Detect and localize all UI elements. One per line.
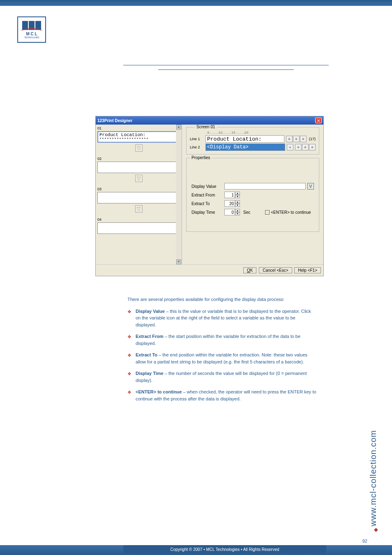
display-value-input[interactable] bbox=[224, 183, 306, 190]
bullet-icon: ❖ bbox=[127, 389, 131, 395]
align-right-icon[interactable]: ≡ bbox=[309, 144, 316, 150]
scroll-up-icon[interactable]: ▲ bbox=[176, 125, 181, 130]
thumb-number: 01 bbox=[97, 126, 180, 130]
extract-to-input[interactable] bbox=[224, 200, 235, 207]
screen-legend: Screen 01 bbox=[195, 125, 217, 129]
display-time-input[interactable] bbox=[224, 209, 235, 215]
bullet-item: <ENTER> to continue – when checked, the … bbox=[136, 388, 316, 402]
properties-group: Properties Display Value V Extract From … bbox=[186, 158, 319, 232]
variable-icon[interactable]: V bbox=[307, 183, 314, 190]
properties-legend: Properties bbox=[190, 155, 212, 160]
top-bar bbox=[0, 0, 392, 6]
bullet-item: Display Time – the number of seconds the… bbox=[136, 370, 316, 384]
dialog-titlebar: 123Print Designer ✕ bbox=[96, 116, 323, 125]
ok-button[interactable]: OK bbox=[243, 267, 256, 273]
screenshot: 123Print Designer ✕ 01 Product Location:… bbox=[95, 116, 324, 276]
bullet-item: Extract To – the end position within the… bbox=[136, 352, 316, 365]
intro-paragraph: There are several properties available f… bbox=[127, 296, 316, 303]
close-icon[interactable]: ✕ bbox=[315, 118, 322, 123]
logo: M C L TECHNOLOGIES bbox=[17, 16, 46, 43]
bullet-icon: ❖ bbox=[127, 371, 131, 377]
body-text: There are several properties available f… bbox=[127, 296, 316, 407]
line1-field[interactable]: Product Location: bbox=[205, 135, 284, 143]
cancel-button[interactable]: Cancel <Esc> bbox=[259, 267, 292, 273]
side-url-icon bbox=[374, 528, 378, 532]
align-center-icon[interactable]: ≡ bbox=[302, 144, 309, 150]
thumb-screen-01[interactable]: Product Location: bbox=[97, 131, 180, 143]
page-number: 92 bbox=[362, 539, 367, 543]
align-right-icon[interactable]: ≡ bbox=[300, 136, 307, 142]
display-time-unit: Sec bbox=[243, 210, 250, 215]
side-url: www.mcl-collection.com bbox=[369, 430, 378, 526]
align-center-icon[interactable]: ≡ bbox=[293, 136, 300, 142]
display-time-spinner[interactable]: ▲▼ bbox=[224, 209, 241, 215]
extract-to-label: Extract To bbox=[191, 201, 224, 206]
line2-field[interactable]: <Display Data> bbox=[205, 143, 285, 151]
align-left-icon[interactable]: ≡ bbox=[286, 136, 293, 142]
bullet-icon: ❖ bbox=[127, 352, 131, 358]
logo-sub-text: TECHNOLOGIES bbox=[24, 36, 39, 39]
screen-group: Screen 01 .5........10........15........… bbox=[186, 127, 319, 155]
display-time-label: Display Time bbox=[191, 210, 224, 215]
header-rules bbox=[123, 65, 329, 72]
extract-from-spinner[interactable]: ▲▼ bbox=[224, 192, 241, 198]
bullet-item: Display Value – this is the value or var… bbox=[136, 308, 316, 328]
display-value-label: Display Value bbox=[191, 184, 224, 189]
arrow-down-icon: ▽ bbox=[135, 144, 143, 152]
screens-thumb-list: 01 Product Location: ▽ 02 ▽ 03 ▽ bbox=[96, 125, 182, 264]
thumb-screen-03[interactable] bbox=[97, 192, 180, 204]
bullet-item: Extract From – the start position within… bbox=[136, 333, 316, 347]
line1-char-count: (17) bbox=[308, 137, 316, 141]
bullet-icon: ❖ bbox=[127, 334, 131, 340]
thumb-screen-04[interactable] bbox=[97, 222, 180, 234]
align-left-icon[interactable]: ≡ bbox=[295, 144, 302, 150]
line2-label: Line 2 bbox=[190, 145, 204, 149]
bullet-icon: ❖ bbox=[127, 309, 131, 314]
arrow-down-icon: ▽ bbox=[135, 205, 143, 213]
ruler: .5........10........15........20 bbox=[190, 131, 316, 134]
enter-continue-label: <ENTER> to continue bbox=[271, 210, 311, 215]
thumb-number: 03 bbox=[97, 187, 180, 191]
extract-to-spinner[interactable]: ▲▼ bbox=[224, 200, 241, 207]
dropdown-icon[interactable]: ▾ bbox=[287, 144, 293, 150]
logo-main-text: M C L bbox=[26, 32, 37, 36]
extract-from-input[interactable] bbox=[224, 192, 235, 198]
footer-copyright: Copyright © 2007 • MCL Technologies • Al… bbox=[123, 545, 326, 553]
line1-label: Line 1 bbox=[190, 137, 204, 141]
dialog-title: 123Print Designer bbox=[97, 118, 132, 123]
scrollbar[interactable]: ▲ ▼ bbox=[176, 125, 182, 264]
extract-from-label: Extract From bbox=[191, 193, 224, 197]
thumb-number: 04 bbox=[97, 217, 180, 222]
enter-continue-checkbox[interactable] bbox=[265, 210, 270, 215]
scroll-down-icon[interactable]: ▼ bbox=[176, 259, 181, 264]
help-button[interactable]: Help <F1> bbox=[294, 267, 321, 273]
thumb-screen-02[interactable] bbox=[97, 162, 180, 173]
thumb-number: 02 bbox=[97, 157, 180, 161]
arrow-down-icon: ▽ bbox=[135, 175, 143, 182]
